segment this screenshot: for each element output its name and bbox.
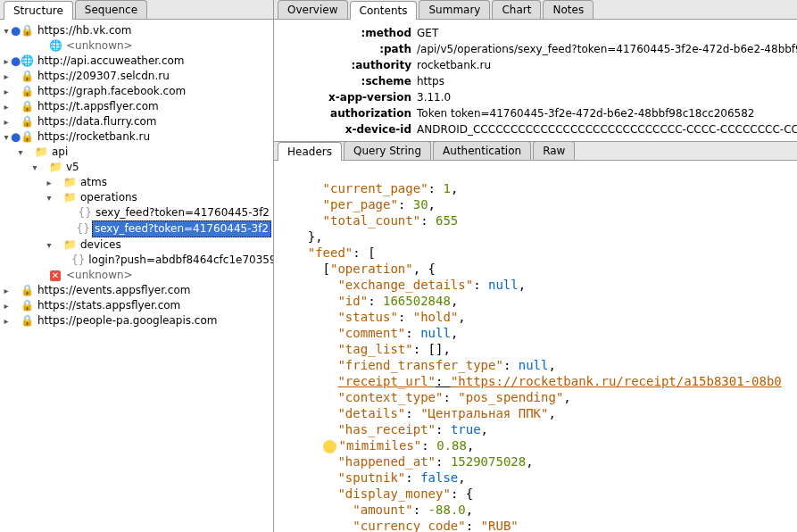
folder-icon: 📁: [62, 238, 77, 253]
header-value: ANDROID_CCCCCCCCCCCCCCCCCCCCCCCCCCCC-CCC…: [417, 121, 797, 137]
lock-icon: 🔒: [20, 24, 34, 38]
request-icon: {}: [71, 254, 85, 268]
host-label[interactable]: https://stats.appsflyer.com: [36, 298, 182, 313]
host-label[interactable]: https://events.appsflyer.com: [36, 283, 192, 298]
subtab-auth[interactable]: Authentication: [433, 141, 531, 160]
folder-icon: 📁: [48, 161, 62, 175]
header-value: Token token=41760445-3f2e-472d-b6e2-48bb…: [417, 105, 755, 121]
tab-summary[interactable]: Summary: [419, 0, 490, 19]
folder-label[interactable]: v5: [64, 160, 81, 175]
folder-label[interactable]: api: [50, 145, 70, 160]
left-tabbar: Structure Sequence: [0, 0, 273, 20]
lock-icon: 🔒: [20, 314, 34, 328]
expand-handle[interactable]: ▾: [2, 129, 11, 145]
lock-icon: 🔒: [20, 284, 34, 298]
expand-handle[interactable]: ▸: [45, 175, 54, 190]
expand-handle[interactable]: ▾: [45, 237, 54, 253]
expand-handle[interactable]: ▸: [2, 313, 11, 328]
folder-label[interactable]: atms: [79, 175, 109, 190]
request-label[interactable]: login?push=abdbf8464cfc1e703594: [87, 253, 273, 268]
folder-icon: 📁: [62, 191, 77, 205]
request-icon: {}: [79, 206, 92, 220]
globe-icon: 🌐: [20, 54, 34, 69]
unknown-label[interactable]: <unknown>: [64, 268, 135, 283]
tab-sequence[interactable]: Sequence: [75, 0, 147, 19]
header-key: :authority: [310, 57, 417, 73]
tab-structure[interactable]: Structure: [4, 1, 73, 20]
expand-handle[interactable]: ▸: [2, 99, 11, 114]
folder-label[interactable]: devices: [79, 237, 123, 253]
expand-handle[interactable]: ▸: [2, 69, 11, 84]
left-panel: Structure Sequence ▾⬤🔒https://hb.vk.com …: [0, 0, 274, 532]
lock-icon: 🔒: [20, 100, 34, 114]
host-label[interactable]: https://rocketbank.ru: [36, 129, 152, 145]
header-key: x-app-version: [310, 89, 417, 105]
expand-handle[interactable]: ▾: [45, 190, 54, 205]
header-key: :path: [310, 41, 417, 57]
folder-icon: 📁: [34, 145, 48, 160]
expand-handle[interactable]: ▾: [30, 160, 39, 175]
expand-handle[interactable]: ▸: [2, 298, 11, 313]
json-body[interactable]: "current_page": 1, "per_page": 30, "tota…: [274, 161, 797, 532]
request-label[interactable]: sexy_feed?token=41760445-3f2: [94, 205, 271, 220]
header-key: :method: [310, 25, 417, 41]
header-value: GET: [417, 25, 438, 41]
expand-handle[interactable]: ▸: [2, 54, 11, 69]
right-panel: Overview Contents Summary Chart Notes :m…: [274, 0, 797, 532]
header-key: authorization: [310, 105, 417, 121]
subtab-qs[interactable]: Query String: [344, 141, 431, 160]
header-value: rocketbank.ru: [417, 57, 491, 73]
header-value: https: [417, 73, 444, 89]
body-tabbar: Headers Query String Authentication Raw: [274, 141, 797, 161]
header-value: /api/v5/operations/sexy_feed?token=41760…: [417, 41, 797, 57]
tab-overview[interactable]: Overview: [278, 0, 348, 19]
expand-handle[interactable]: ▾: [2, 23, 11, 38]
host-label[interactable]: https://t.appsflyer.com: [36, 99, 161, 114]
host-label[interactable]: https://people-pa.googleapis.com: [36, 313, 219, 328]
host-label[interactable]: http://api.accuweather.com: [36, 54, 187, 69]
unknown-label[interactable]: <unknown>: [64, 38, 135, 54]
host-label[interactable]: https://209307.selcdn.ru: [36, 69, 171, 84]
header-key: :scheme: [310, 73, 417, 89]
subtab-raw[interactable]: Raw: [533, 141, 575, 160]
expand-handle[interactable]: ▸: [2, 283, 11, 298]
lock-icon: 🔒: [20, 70, 34, 84]
header-value: 3.11.0: [417, 89, 451, 105]
folder-icon: 📁: [62, 176, 77, 190]
header-key: x-device-id: [310, 121, 417, 137]
tab-contents[interactable]: Contents: [350, 1, 418, 20]
error-icon: ✕: [48, 269, 62, 283]
lock-icon: 🔒: [20, 85, 34, 99]
folder-label[interactable]: operations: [79, 190, 139, 205]
request-icon: {}: [77, 222, 90, 237]
host-tree[interactable]: ▾⬤🔒https://hb.vk.com 🌐<unknown> ▸⬤🌐http:…: [0, 20, 273, 532]
request-headers: :methodGET :path/api/v5/operations/sexy_…: [274, 20, 797, 141]
host-label[interactable]: https://hb.vk.com: [36, 23, 134, 38]
tab-chart[interactable]: Chart: [492, 0, 541, 19]
smiley-icon: [323, 440, 336, 453]
expand-handle[interactable]: ▸: [2, 114, 11, 129]
lock-icon: 🔒: [20, 299, 34, 313]
expand-handle[interactable]: ▾: [16, 145, 25, 160]
tab-notes[interactable]: Notes: [543, 0, 594, 19]
expand-handle[interactable]: ▸: [2, 84, 11, 99]
subtab-headers[interactable]: Headers: [278, 142, 342, 161]
lock-icon: 🔒: [20, 115, 34, 129]
host-label[interactable]: https://data.flurry.com: [36, 114, 159, 129]
right-tabbar: Overview Contents Summary Chart Notes: [274, 0, 797, 20]
host-label[interactable]: https://graph.facebook.com: [36, 84, 187, 99]
request-label[interactable]: sexy_feed?token=41760445-3f2: [92, 220, 271, 237]
globe-icon: 🌐: [48, 39, 62, 54]
lock-icon: 🔒: [20, 130, 34, 145]
